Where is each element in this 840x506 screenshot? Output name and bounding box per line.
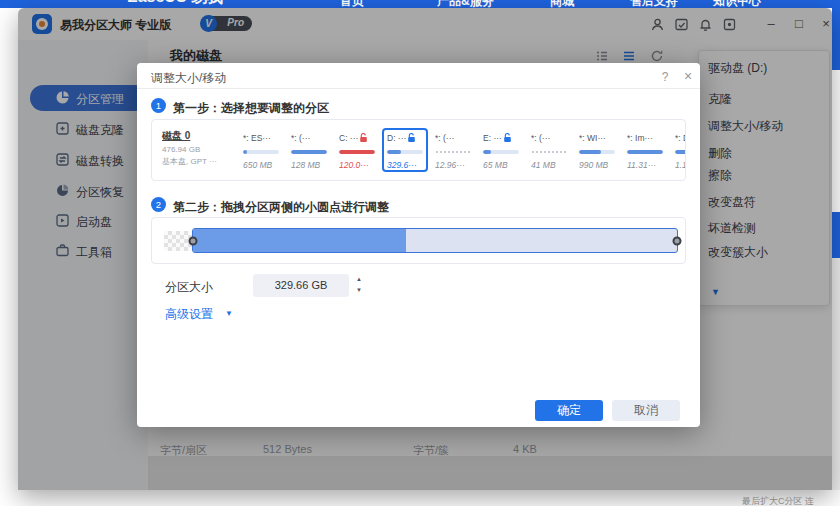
dialog-close-icon[interactable]: × (680, 68, 696, 84)
partition-tile-c[interactable]: C: ··· 120.0··· (334, 128, 380, 172)
disk-type: 基本盘, GPT ··· (162, 156, 238, 167)
browser-edge-sliver (832, 8, 840, 70)
partition-size-input[interactable]: 329.66 GB (253, 274, 349, 297)
browser-logo: EaseUS 易我 (127, 0, 223, 8)
advanced-settings-link[interactable]: 高级设置 (165, 306, 213, 323)
cancel-button[interactable]: 取消 (612, 400, 680, 421)
partition-size-label: 分区大小 (165, 279, 213, 296)
size-stepper: ▲ ▼ (353, 274, 365, 297)
partition-selector-strip: 磁盘 0 476.94 GB 基本盘, GPT ··· *: ES··· 650… (151, 119, 686, 181)
taskbar-note: 最后扩大C分区 连 (742, 495, 814, 506)
browser-menu-support[interactable]: 售后支持 (630, 0, 678, 8)
partition-tile-image[interactable]: *: Im··· 11.31··· (622, 128, 668, 172)
unlock-icon (407, 133, 416, 143)
partition-tile-es[interactable]: *: ES··· 650 MB (238, 128, 284, 172)
resize-handle-right[interactable] (673, 236, 682, 245)
partition-tile-msr[interactable]: *: (··· 128 MB (286, 128, 332, 172)
browser-menu-knowledge[interactable]: 知识中心 (713, 0, 761, 8)
step-2-number: 2 (151, 197, 166, 212)
disk-info-cell: 磁盘 0 476.94 GB 基本盘, GPT ··· (162, 128, 238, 172)
partition-tile-unallocated-1[interactable]: *: (··· 12.96··· (430, 128, 476, 172)
browser-menu-products[interactable]: 产品&服务 (437, 0, 494, 8)
browser-menu-home[interactable]: 首页 (340, 0, 364, 8)
unlock-icon (503, 133, 512, 143)
dialog-header: 调整大小/移动 ? × (137, 63, 700, 89)
ok-button[interactable]: 确定 (535, 400, 603, 421)
disk-size: 476.94 GB (162, 145, 238, 154)
advanced-caret-icon[interactable]: ▼ (225, 309, 233, 318)
step-2-text: 第二步：拖拽分区两侧的小圆点进行调整 (173, 199, 389, 216)
partition-tile-d-selected[interactable]: D: ··· 329.6··· (382, 128, 428, 172)
partition-tile-de[interactable]: *: DE 1.15 ( (670, 128, 686, 172)
dialog-title: 调整大小/移动 (151, 70, 226, 87)
resize-slider-box (151, 217, 686, 264)
resize-handle-left[interactable] (189, 236, 198, 245)
unlock-icon (359, 133, 368, 143)
stepper-down-icon[interactable]: ▼ (353, 285, 365, 296)
step-1-text: 第一步：选择想要调整的分区 (173, 100, 329, 117)
help-icon[interactable]: ? (657, 69, 673, 85)
browser-menu-store[interactable]: 商城 (550, 0, 574, 8)
resize-move-dialog: 调整大小/移动 ? × 1 第一步：选择想要调整的分区 磁盘 0 476.94 … (137, 63, 700, 427)
stepper-up-icon[interactable]: ▲ (353, 274, 365, 285)
partition-tile-e[interactable]: E: ··· 65 MB (478, 128, 524, 172)
disk-name: 磁盘 0 (162, 129, 238, 143)
step-1-number: 1 (151, 98, 166, 113)
browser-edge-blue-block (832, 212, 840, 258)
browser-header-strip: EaseUS 易我 首页 产品&服务 商城 售后支持 知识中心 (0, 0, 840, 8)
partition-tile-winre[interactable]: *: WI··· 990 MB (574, 128, 620, 172)
used-space-fill (193, 229, 406, 252)
partition-resize-bar[interactable] (192, 228, 678, 253)
partition-tile-unallocated-2[interactable]: *: (··· 41 MB (526, 128, 572, 172)
browser-edge-gray (832, 258, 840, 490)
